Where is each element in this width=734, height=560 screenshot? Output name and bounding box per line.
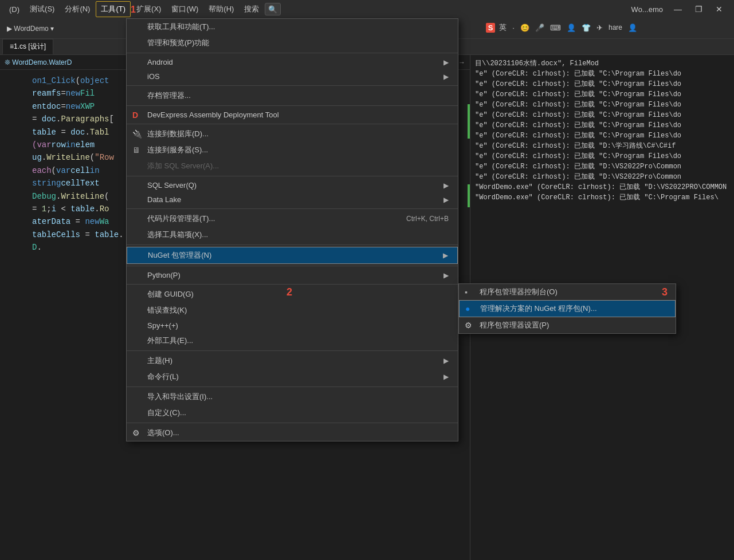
menu-archive[interactable]: 存档管理器... (127, 88, 458, 104)
window-title: Wo...emo (631, 5, 663, 14)
ime-lang[interactable]: 英 (497, 21, 508, 34)
menu-manage-preview-label: 管理和预览(P)功能 (147, 38, 209, 48)
menu-android-label: Android (147, 58, 173, 66)
sep7 (127, 244, 458, 245)
menu-connect-server-label: 连接到服务器(S)... (147, 145, 208, 155)
menu-nuget[interactable]: NuGet 包管理器(N) ▶ (127, 247, 458, 264)
menu-search[interactable]: 搜索 (240, 2, 264, 17)
menu-customize[interactable]: 自定义(C)... (127, 405, 458, 421)
arrow-icon: ▶ (443, 182, 449, 190)
submenu-manage-nuget-label: 管理解决方案的 NuGet 程序包(N)... (480, 303, 597, 314)
submenu-settings-label: 程序包管理器设置(P) (480, 320, 549, 330)
menu-add-sql-label: 添加 SQL Server(A)... (147, 161, 219, 171)
window-controls: — ❐ ✕ (668, 0, 729, 18)
menu-tools[interactable]: 工具(T) (96, 1, 131, 17)
sep5 (127, 176, 458, 176)
title-bar: (D) 测试(S) 分析(N) 工具(T) 扩展(X) 窗口(W) 帮助(H) … (0, 0, 734, 18)
tools-dropdown-menu[interactable]: 获取工具和功能(T)... 管理和预览(P)功能 Android ▶ iOS ▶… (126, 18, 458, 441)
menu-spy-label: Spy++(+) (147, 321, 178, 330)
menu-archive-label: 存档管理器... (147, 90, 191, 101)
menu-test[interactable]: 测试(S) (25, 2, 59, 17)
breadcrumb-nav-icon: → (458, 58, 465, 66)
menu-python[interactable]: Python(P) ▶ (127, 268, 458, 282)
sep3 (127, 105, 458, 106)
menu-error-find[interactable]: 错误查找(K) (127, 302, 458, 318)
tab-design[interactable]: ≡1.cs [设计] (2, 39, 53, 54)
submenu-console[interactable]: ▪ 程序包管理器控制台(O) (459, 284, 676, 300)
output-line: "e" (CoreCLR: clrhost): 已加载 "D:\VS2022Pr… (475, 161, 729, 172)
menu-import-export-label: 导入和导出设置(I)... (147, 392, 213, 402)
ime-share[interactable]: hare (607, 22, 624, 33)
menu-spy[interactable]: Spy++(+) (127, 318, 458, 333)
menu-analyze[interactable]: 分析(N) (60, 2, 95, 17)
menu-android[interactable]: Android ▶ (127, 55, 458, 69)
ime-dot: · (511, 22, 516, 33)
menu-external-tools-label: 外部工具(E)... (147, 336, 193, 346)
gear-icon: ⚙ (465, 321, 472, 330)
breadcrumb-text: ❊ WordDemo.WaterD (5, 58, 72, 66)
menu-add-sql[interactable]: 添加 SQL Server(A)... (127, 158, 458, 174)
submenu-console-label: 程序包管理器控制台(O) (480, 287, 558, 297)
close-button[interactable]: ✕ (709, 0, 729, 18)
menu-select-toolbox-label: 选择工具箱项(X)... (147, 230, 208, 240)
green-indicator (468, 104, 470, 139)
minimize-button[interactable]: — (668, 0, 688, 18)
submenu-manage-nuget[interactable]: ● 管理解决方案的 NuGet 程序包(N)... (459, 300, 676, 317)
ime-emoji[interactable]: 😊 (519, 22, 531, 33)
ime-plane[interactable]: ✈ (595, 22, 605, 33)
menu-theme[interactable]: 主题(H) ▶ (127, 353, 458, 369)
output-line: "e" (CoreCLR: clrhost): 已加载 "C:\Program … (475, 100, 729, 110)
devexpress-icon: D (132, 111, 138, 120)
ime-user[interactable]: 👤 (626, 22, 639, 33)
menu-data-lake-label: Data Lake (147, 195, 181, 204)
menu-get-tools[interactable]: 获取工具和功能(T)... (127, 19, 458, 35)
search-icon-btn[interactable]: 🔍 (265, 3, 281, 15)
menu-d[interactable]: (D) (5, 3, 24, 16)
menu-ios[interactable]: iOS ▶ (127, 69, 458, 84)
menu-window[interactable]: 窗口(W) (167, 2, 203, 17)
menu-connect-db[interactable]: 🔌 连接到数据库(D)... (127, 126, 458, 142)
menu-devexpress[interactable]: D DevExpress Assembly Deployment Tool (127, 108, 458, 122)
menu-create-guid[interactable]: 创建 GUID(G) (127, 286, 458, 302)
menu-external-tools[interactable]: 外部工具(E)... (127, 333, 458, 349)
menu-cmdline[interactable]: 命令行(L) ▶ (127, 369, 458, 385)
menu-python-label: Python(P) (147, 271, 180, 279)
db-icon: 🔌 (132, 129, 142, 139)
sep2 (127, 85, 458, 86)
ime-keyboard[interactable]: ⌨ (548, 22, 563, 33)
output-line: "e" (CoreCLR: clrhost): 已加载 "C:\Program … (475, 151, 729, 161)
menu-help[interactable]: 帮助(H) (204, 2, 238, 17)
menu-select-toolbox[interactable]: 选择工具箱项(X)... (127, 227, 458, 243)
console-icon: ▪ (465, 287, 468, 297)
arrow-icon: ▶ (443, 58, 449, 66)
menu-customize-label: 自定义(C)... (147, 408, 186, 418)
menu-extend[interactable]: 扩展(X) (132, 2, 166, 17)
menu-sql-server[interactable]: SQL Server(Q) ▶ (127, 178, 458, 192)
menu-devexpress-label: DevExpress Assembly Deployment Tool (147, 111, 279, 119)
ime-mic[interactable]: 🎤 (533, 22, 546, 33)
nuget-icon: ● (465, 304, 470, 313)
ime-shirt[interactable]: 👕 (580, 22, 592, 33)
output-line: "WordDemo.exe" (CoreCLR: clrhost): 已加载 "… (475, 182, 729, 192)
sep6 (127, 208, 458, 209)
output-line: "e" (CoreCLR: clrhost): 已加载 "C:\Program … (475, 69, 729, 79)
title-right: Wo...emo — ❐ ✕ (631, 0, 729, 18)
menu-bar: (D) 测试(S) 分析(N) 工具(T) 扩展(X) 窗口(W) 帮助(H) … (5, 1, 281, 17)
nuget-submenu[interactable]: ▪ 程序包管理器控制台(O) ● 管理解决方案的 NuGet 程序包(N)...… (458, 283, 676, 334)
submenu-settings[interactable]: ⚙ 程序包管理器设置(P) (459, 317, 676, 333)
sep8 (127, 266, 458, 266)
maximize-button[interactable]: ❐ (688, 0, 709, 18)
shortcut-code-snippet: Ctrl+K, Ctrl+B (406, 215, 449, 223)
menu-connect-server[interactable]: 🖥 连接到服务器(S)... (127, 142, 458, 158)
menu-options[interactable]: ⚙ 选项(O)... (127, 425, 458, 441)
menu-options-label: 选项(O)... (147, 428, 179, 438)
output-line: "e" (CoreCLR: clrhost): 已加载 "D:\VS2022Pr… (475, 172, 729, 182)
sep1 (127, 53, 458, 53)
menu-data-lake[interactable]: Data Lake ▶ (127, 192, 458, 207)
menu-ios-label: iOS (147, 72, 160, 81)
ime-face[interactable]: 👤 (565, 22, 578, 33)
menu-manage-preview[interactable]: 管理和预览(P)功能 (127, 35, 458, 51)
menu-code-snippet[interactable]: 代码片段管理器(T)... Ctrl+K, Ctrl+B (127, 211, 458, 227)
menu-import-export[interactable]: 导入和导出设置(I)... (127, 389, 458, 405)
toolbar-dropdown[interactable]: ▶ WordDemo ▾ (3, 23, 57, 34)
